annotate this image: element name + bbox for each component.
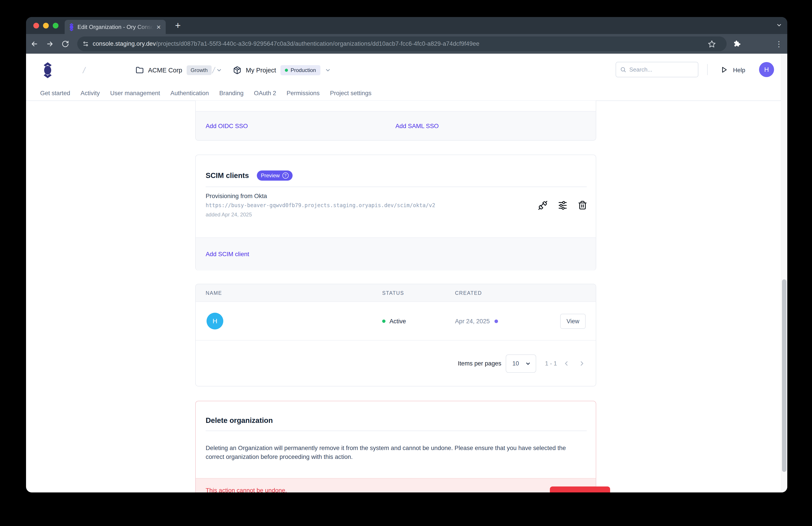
- tab-strip: Edit Organization - Ory Console × +: [26, 17, 787, 34]
- delete-client-icon[interactable]: [578, 200, 588, 210]
- reload-icon: [61, 40, 69, 48]
- status-label: Active: [389, 318, 406, 325]
- table-row[interactable]: H Active Apr 24, 2025 View: [196, 302, 596, 341]
- test-connection-icon[interactable]: [538, 200, 548, 210]
- column-created: CREATED: [455, 284, 482, 302]
- back-button[interactable]: [28, 34, 41, 54]
- plan-badge: Growth: [187, 65, 212, 75]
- tab-title: Edit Organization - Ory Console: [77, 20, 154, 34]
- project-nav: Get started Activity User management Aut…: [40, 86, 371, 100]
- reload-button[interactable]: [59, 34, 72, 54]
- nav-item-get-started[interactable]: Get started: [40, 90, 70, 97]
- column-status: STATUS: [382, 284, 404, 302]
- add-scim-client-link[interactable]: Add SCIM client: [206, 251, 249, 258]
- created-cell: Apr 24, 2025: [455, 302, 498, 341]
- row-avatar: H: [206, 313, 223, 329]
- overflow-menu-button[interactable]: ⋮: [772, 34, 785, 54]
- bookmark-star-icon[interactable]: [708, 40, 716, 48]
- environment-badge: Production: [280, 65, 320, 75]
- url-bar[interactable]: console.staging.ory.dev/projects/d087b7a…: [77, 37, 727, 51]
- delete-description: Deleting an Organization will permanentl…: [206, 444, 576, 461]
- preview-badge: Preview ?: [257, 170, 292, 181]
- nav-item-permissions[interactable]: Permissions: [287, 90, 320, 97]
- url-path: /projects/d087b7a1-55f3-440c-a3c9-929564…: [156, 40, 479, 47]
- help-link[interactable]: Help: [733, 63, 745, 77]
- pagination: Items per pages 10 1 - 1: [196, 341, 596, 386]
- scim-clients-card: SCIM clients Preview ? Provisioning from…: [195, 155, 596, 270]
- delete-card-title: Delete organization: [206, 416, 273, 425]
- scim-client-url: https://busy-beaver-gqwvd0fb79.projects.…: [206, 202, 435, 209]
- table-header: NAME STATUS CREATED: [196, 284, 596, 302]
- puzzle-icon: [733, 40, 741, 48]
- tab-close-icon[interactable]: ×: [153, 20, 164, 34]
- header-divider: [707, 64, 708, 75]
- window-close-button[interactable]: [33, 23, 39, 28]
- ory-favicon: [69, 23, 74, 31]
- add-saml-sso-link[interactable]: Add SAML SSO: [395, 123, 439, 130]
- nav-item-user-management[interactable]: User management: [110, 90, 160, 97]
- browser-tab[interactable]: Edit Organization - Ory Console ×: [64, 20, 166, 34]
- env-status-dot: [285, 69, 288, 72]
- page-range: 1 - 1: [536, 341, 566, 386]
- preview-help-icon[interactable]: ?: [282, 172, 289, 179]
- user-avatar[interactable]: H: [759, 62, 774, 77]
- items-per-page-select[interactable]: 10: [506, 354, 536, 373]
- tab-search-button[interactable]: [774, 20, 784, 30]
- new-tab-button[interactable]: +: [172, 19, 184, 32]
- status-cell: Active: [382, 302, 406, 341]
- search-icon: [620, 67, 626, 73]
- forward-button[interactable]: [43, 34, 57, 54]
- delete-card-footer: This action cannot be undone. Delete org…: [196, 478, 596, 493]
- delete-divider: [206, 431, 587, 431]
- delete-warning: This action cannot be undone.: [206, 487, 287, 493]
- delete-organization-button[interactable]: Delete organization: [550, 486, 610, 493]
- window-minimize-button[interactable]: [43, 23, 49, 28]
- previous-page-icon[interactable]: [563, 360, 569, 367]
- sso-card-footer: Add OIDC SSO Add SAML SSO: [196, 111, 596, 140]
- nav-item-branding[interactable]: Branding: [219, 90, 244, 97]
- play-icon[interactable]: [720, 66, 728, 74]
- package-icon: [233, 66, 242, 74]
- search-input[interactable]: [629, 66, 687, 73]
- ory-logo[interactable]: [42, 62, 54, 78]
- workspace-switcher[interactable]: ACME Corp Growth: [136, 63, 222, 77]
- breadcrumb-separator-2: /: [213, 63, 215, 77]
- chevron-down-icon: [525, 361, 531, 367]
- workspace-name: ACME Corp: [148, 67, 182, 74]
- extensions-button[interactable]: [730, 34, 744, 54]
- scim-divider: [206, 187, 587, 187]
- add-oidc-sso-link[interactable]: Add OIDC SSO: [206, 123, 248, 130]
- project-name: My Project: [246, 67, 276, 74]
- folder-icon: [136, 66, 144, 74]
- forward-icon: [46, 40, 54, 48]
- page-content: / ACME Corp Growth / My Project Producti…: [26, 54, 787, 493]
- page-url: console.staging.ory.dev/projects/d087b7a…: [93, 40, 479, 47]
- chevron-down-icon: [325, 67, 331, 73]
- site-settings-icon[interactable]: [83, 41, 89, 47]
- project-switcher[interactable]: My Project Production: [233, 63, 331, 77]
- next-page-icon[interactable]: [579, 360, 585, 367]
- organization-table-card: NAME STATUS CREATED H Active Apr 24, 202…: [195, 284, 596, 386]
- window-zoom-button[interactable]: [53, 23, 58, 28]
- nav-item-oauth2[interactable]: OAuth 2: [254, 90, 276, 97]
- global-search[interactable]: [615, 62, 698, 77]
- created-dot: [494, 319, 498, 323]
- nav-item-project-settings[interactable]: Project settings: [330, 90, 371, 97]
- breadcrumb: /: [83, 63, 85, 77]
- chevron-down-icon: [216, 67, 222, 73]
- delete-organization-card: Delete organization Deleting an Organiza…: [195, 401, 596, 493]
- nav-item-authentication[interactable]: Authentication: [170, 90, 209, 97]
- back-icon: [30, 40, 39, 48]
- sso-card: Add OIDC SSO Add SAML SSO: [195, 101, 596, 141]
- column-name: NAME: [206, 284, 222, 302]
- scrollbar-thumb[interactable]: [782, 279, 786, 472]
- configure-icon[interactable]: [558, 200, 567, 210]
- items-per-page-label: Items per pages: [435, 341, 501, 386]
- view-button[interactable]: View: [560, 314, 585, 329]
- created-date: Apr 24, 2025: [455, 318, 490, 325]
- url-host: console.staging.ory.dev: [93, 40, 156, 47]
- chevron-down-icon: [776, 22, 782, 28]
- nav-item-activity[interactable]: Activity: [81, 90, 100, 97]
- scrollbar-track[interactable]: [781, 54, 787, 493]
- breadcrumb-separator: /: [82, 66, 86, 75]
